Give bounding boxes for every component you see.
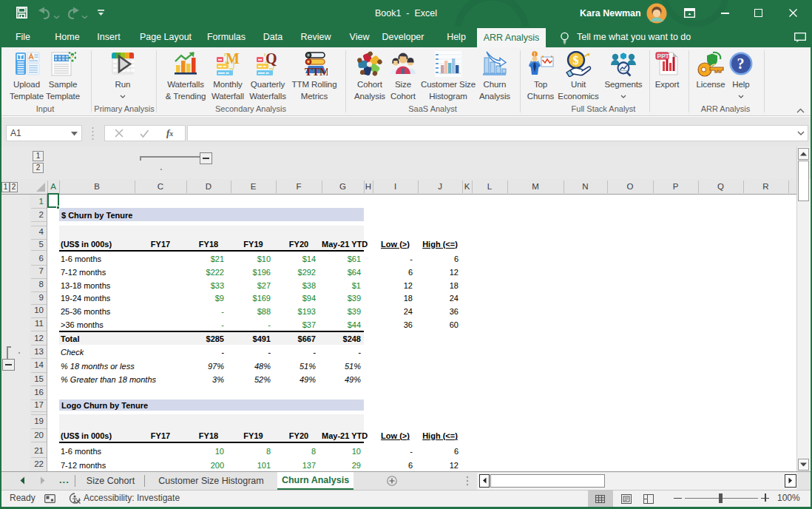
svg-text:TTM: TTM bbox=[305, 66, 328, 77]
svg-text:PPT: PPT bbox=[657, 53, 670, 60]
svg-text:!: ! bbox=[534, 52, 535, 57]
svg-text:?: ? bbox=[737, 55, 745, 72]
svg-text:$: $ bbox=[573, 54, 579, 67]
svg-text:M: M bbox=[226, 51, 240, 67]
svg-text:Q: Q bbox=[265, 51, 277, 67]
